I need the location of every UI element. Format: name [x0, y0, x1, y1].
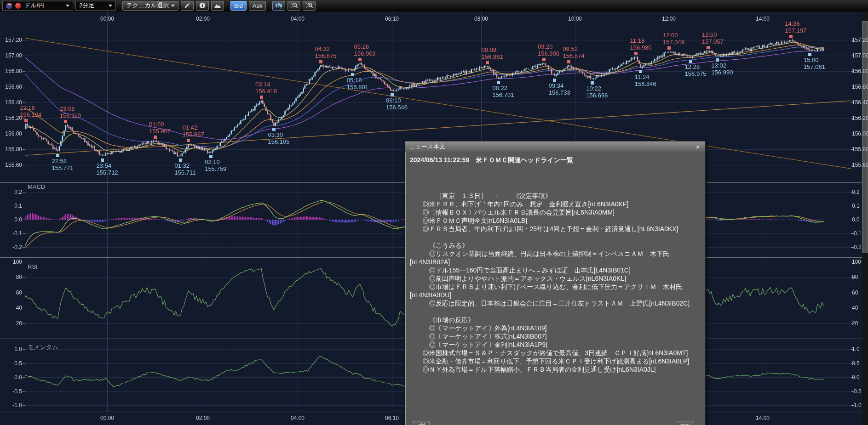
news-line: ◎ＮＹ外為市場＝ドル下落幅縮小、ＦＲＢ当局者の金利見通し受け[nL6N3IA0J…: [410, 365, 701, 374]
new-button[interactable]: new: [676, 421, 694, 425]
technical-select-label: テクニカル選択: [126, 1, 169, 10]
news-popup: ニュース本文 × 2024/06/13 11:22:59 米ＦＯＭＣ関連ヘッドラ…: [405, 141, 706, 425]
draw-tool-button[interactable]: [181, 1, 194, 11]
news-line: ◎米ＦＲＢ、利下げ「年内1回のみ」想定 金利据え置き[nL6N3IA0KF]: [410, 200, 701, 208]
candlestick-chart-button[interactable]: [272, 1, 285, 11]
news-line: ◎市場はＦＲＢより速い利下げペース織り込む、金利に低下圧力＝アクサＩＭ 木村氏: [410, 283, 701, 291]
news-line: ◎〔マーケットアイ〕金利[nL4N3IA1P9]: [410, 340, 701, 349]
news-line: [410, 307, 701, 316]
news-line: ［東京 １３日］ － 《決定事項》: [410, 192, 701, 200]
news-line: 《こうみる》: [410, 241, 701, 249]
news-headline: 2024/06/13 11:22:59 米ＦＯＭＣ関連ヘッドライン一覧: [410, 156, 701, 164]
ask-button[interactable]: Ask: [249, 1, 266, 11]
news-line: [410, 233, 701, 241]
old-button[interactable]: old: [414, 421, 430, 425]
news-line: ◎米ＦＯＭＣ声明全文[nL6N3IA0LB]: [410, 216, 701, 225]
news-line: ◎反応は限定的、日本株は日銀会合に注目＝三井住友トラストＡＭ 上野氏[nL4N3…: [410, 299, 701, 307]
technical-select-button[interactable]: テクニカル選択: [122, 1, 178, 11]
chevron-down-icon: [66, 5, 69, 7]
trading-chart-app: 157.20157.20157.00157.00156.80156.80156.…: [0, 0, 868, 425]
zoom-in-icon: [305, 2, 313, 9]
pair-select[interactable]: ドル/円: [2, 1, 73, 11]
pair-select-label: ドル/円: [24, 1, 44, 10]
bid-button-label: Bid: [234, 2, 243, 9]
chevron-down-icon: [109, 5, 112, 7]
toolbar: ドル/円 2分足 テクニカル選択: [0, 0, 868, 11]
info-icon: [199, 2, 206, 9]
news-line: ◎前回声明よりややハト派的＝アネックス・ウェルス[nL6N3IA0KL]: [410, 274, 701, 283]
news-line: ◎米国株式市場＝Ｓ＆Ｐ・ナスダックが終値で最高値、3日連続 ＣＰＩ好感[nL6N…: [410, 349, 701, 357]
news-line: ◎リスクオン基調は当面継続、円高は日本株の上値抑制＝インベスコＡＭ 木下氏: [410, 249, 701, 258]
zoom-out-icon: [290, 2, 298, 9]
timeframe-select-label: 2分足: [79, 1, 94, 10]
mountain-chart-button[interactable]: [211, 1, 224, 11]
news-lines: ［東京 １３日］ － 《決定事項》 ◎米ＦＲＢ、利下げ「年内1回のみ」想定 金利…: [410, 192, 701, 374]
bid-button[interactable]: Bid: [230, 1, 247, 11]
ask-button-label: Ask: [253, 2, 263, 9]
candlestick-icon: [275, 2, 283, 9]
japan-flag-icon: [15, 3, 21, 9]
chart-scrollbar-thumb[interactable]: [862, 21, 868, 253]
chart-scrollbar[interactable]: [862, 11, 868, 425]
news-line: ◎米金融・債券市場＝利回り低下、予想下回る米ＣＰＩ受け利下げ観測高まる[nL6N…: [410, 357, 701, 365]
timeframe-select[interactable]: 2分足: [75, 1, 116, 11]
news-line: 《市場の反応》: [410, 316, 701, 324]
news-line: ◎〔情報ＢＯＸ〕パウエル米ＦＲＢ議長の会見要旨[nL6N3IA0MM]: [410, 208, 701, 216]
news-popup-title: ニュース本文: [409, 142, 445, 151]
zoom-out-button[interactable]: [287, 1, 300, 11]
news-line: [nL4N3IA0DU]: [410, 291, 701, 299]
mountain-icon: [214, 2, 221, 9]
chevron-down-icon: [171, 5, 175, 7]
news-line: [nL4N3IB02A]: [410, 258, 701, 266]
info-button[interactable]: [196, 1, 209, 11]
news-popup-titlebar[interactable]: ニュース本文 ×: [405, 142, 705, 152]
zoom-in-button[interactable]: [303, 1, 316, 11]
close-icon[interactable]: ×: [694, 143, 701, 151]
news-line: ◎〔マーケットアイ〕外為[nL4N3IA109]: [410, 324, 701, 332]
news-line: ◎〔マーケットアイ〕株式[nL4N3IB007]: [410, 332, 701, 340]
us-flag-icon: [6, 3, 12, 9]
news-line: ◎ドル155―160円で当面高止まりへ＝みずほ証 山本氏[L4N3IB01C]: [410, 266, 701, 274]
news-body: 2024/06/13 11:22:59 米ＦＯＭＣ関連ヘッドライン一覧 ［東京 …: [405, 152, 705, 374]
news-line: ◎ＦＲＢ当局者、年内利下げは1回・25年は4回と予想＝金利・経済見通し[nL6N…: [410, 225, 701, 233]
pencil-icon: [184, 2, 191, 9]
